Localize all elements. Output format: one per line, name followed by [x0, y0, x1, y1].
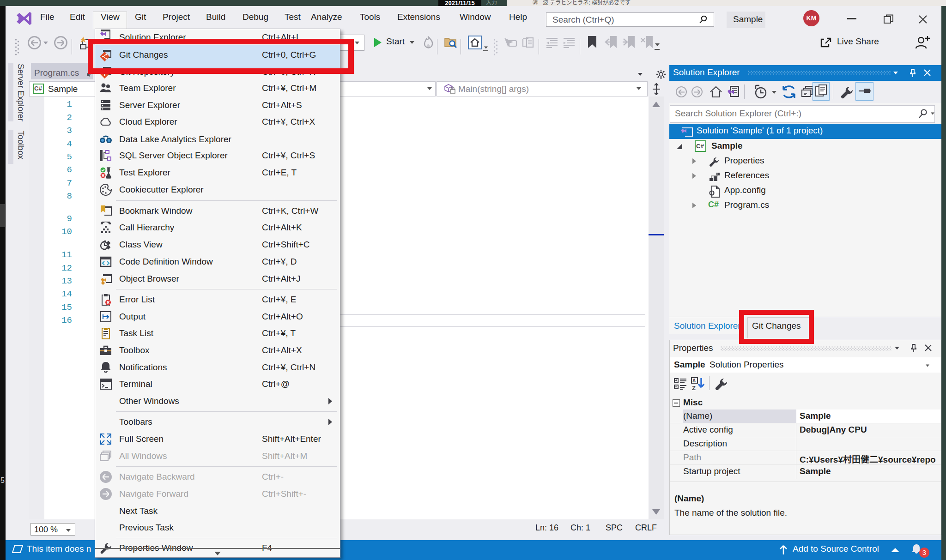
svg-text:Z: Z: [692, 385, 696, 391]
svg-text:A: A: [692, 378, 696, 383]
